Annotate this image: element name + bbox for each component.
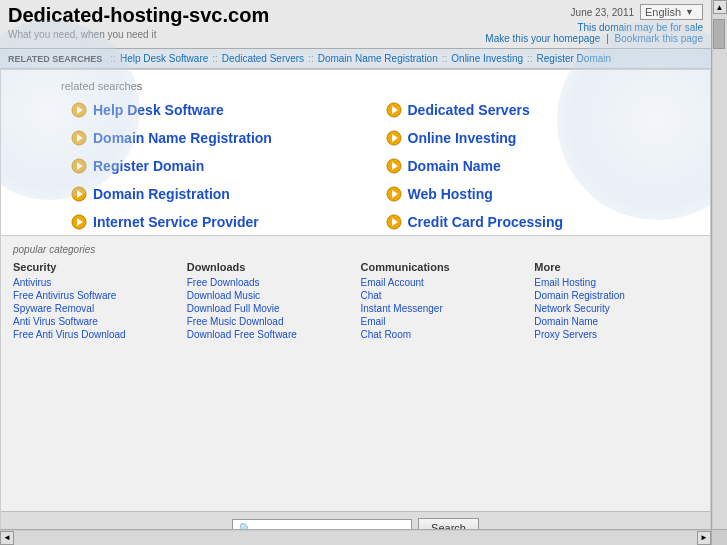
cat-link-proxy-servers[interactable]: Proxy Servers [534,329,698,340]
link-item-dedicated-servers: Dedicated Servers [386,102,681,118]
link-help-desk-software[interactable]: Help Desk Software [93,102,224,118]
cat-link-antivirus[interactable]: Antivirus [13,277,177,288]
site-title: Dedicated-hosting-svc.com [8,4,269,27]
cat-link-free-antivirus-download[interactable]: Free Anti Virus Download [13,329,177,340]
arrow-icon-online-investing [386,130,402,146]
link-domain-name[interactable]: Domain Name [408,158,501,174]
category-downloads: Downloads Free Downloads Download Music … [187,261,351,342]
categories-grid: Security Antivirus Free Antivirus Softwa… [13,261,698,342]
nav-sep-4: :: [527,53,533,64]
link-credit-card-processing[interactable]: Credit Card Processing [408,214,564,230]
cat-link-domain-name-more[interactable]: Domain Name [534,316,698,327]
category-communications: Communications Email Account Chat Instan… [361,261,525,342]
related-searches-label: related searches [61,80,690,92]
cat-link-chat-room[interactable]: Chat Room [361,329,525,340]
category-security: Security Antivirus Free Antivirus Softwa… [13,261,177,342]
link-item-help-desk: Help Desk Software [71,102,366,118]
links-grid: Help Desk Software Dedicated Servers Do [61,102,690,230]
bookmark-link[interactable]: Bookmark this page [615,33,703,44]
nav-item-4[interactable]: Register Domain [537,53,611,64]
cat-link-chat[interactable]: Chat [361,290,525,301]
scroll-thumb[interactable] [713,19,725,49]
cat-link-domain-reg-more[interactable]: Domain Registration [534,290,698,301]
arrow-icon-domain-name [386,158,402,174]
cat-link-instant-messenger[interactable]: Instant Messenger [361,303,525,314]
cat-link-free-antivirus[interactable]: Free Antivirus Software [13,290,177,301]
arrow-icon-web-hosting [386,186,402,202]
nav-sep-0: :: [110,53,116,64]
cat-link-antivirus-software[interactable]: Anti Virus Software [13,316,177,327]
popular-categories-label: popular categories [13,244,698,255]
for-sale-link[interactable]: This domain may be for sale [577,22,703,33]
top-links: This domain may be for sale Make this yo… [485,22,703,44]
arrow-icon-credit-card [386,214,402,230]
related-searches-section: related searches Help Desk Software Dedi… [1,70,710,235]
main-content: related searches Help Desk Software Dedi… [0,69,711,545]
category-more-title: More [534,261,698,273]
link-domain-name-registration[interactable]: Domain Name Registration [93,130,272,146]
hscroll-track[interactable] [14,531,697,545]
scroll-up-arrow[interactable]: ▲ [713,0,727,14]
link-item-domain-name: Domain Name [386,158,681,174]
link-item-register-domain: Register Domain [71,158,366,174]
link-register-domain[interactable]: Register Domain [93,158,204,174]
category-security-title: Security [13,261,177,273]
scroll-track[interactable] [713,14,727,531]
arrow-icon-dedicated-servers [386,102,402,118]
language-selector[interactable]: English ▼ [640,4,703,20]
popular-categories: popular categories Security Antivirus Fr… [1,235,710,511]
cat-link-email-hosting[interactable]: Email Hosting [534,277,698,288]
nav-item-1[interactable]: Dedicated Servers [222,53,304,64]
cat-link-spyware[interactable]: Spyware Removal [13,303,177,314]
link-item-domain-name-reg: Domain Name Registration [71,130,366,146]
cat-link-email-account[interactable]: Email Account [361,277,525,288]
site-subtitle: What you need, when you need it [8,29,269,40]
link-separator: | [606,33,609,44]
nav-item-0[interactable]: Help Desk Software [120,53,208,64]
vertical-scrollbar: ▲ ▼ [711,0,727,545]
link-item-online-investing: Online Investing [386,130,681,146]
nav-item-3[interactable]: Online Investing [451,53,523,64]
link-item-isp: Internet Service Provider [71,214,366,230]
date-lang-row: June 23, 2011 English ▼ [571,4,703,20]
arrow-icon-domain-registration [71,186,87,202]
nav-sep-3: :: [442,53,448,64]
link-domain-registration[interactable]: Domain Registration [93,186,230,202]
category-more: More Email Hosting Domain Registration N… [534,261,698,342]
link-web-hosting[interactable]: Web Hosting [408,186,493,202]
arrow-icon-register-domain [71,158,87,174]
link-internet-service-provider[interactable]: Internet Service Provider [93,214,259,230]
cat-link-email[interactable]: Email [361,316,525,327]
horizontal-scrollbar: ◄ ► [0,529,711,545]
link-item-domain-registration: Domain Registration [71,186,366,202]
arrow-icon-domain-name-reg [71,130,87,146]
category-downloads-title: Downloads [187,261,351,273]
link-item-credit-card: Credit Card Processing [386,214,681,230]
nav-sep-1: :: [212,53,218,64]
link-dedicated-servers[interactable]: Dedicated Servers [408,102,530,118]
date-text: June 23, 2011 [571,7,634,18]
homepage-link[interactable]: Make this your homepage [485,33,600,44]
cat-link-download-movie[interactable]: Download Full Movie [187,303,351,314]
nav-bar: RELATED SEARCHES :: Help Desk Software :… [0,49,711,69]
cat-link-free-downloads[interactable]: Free Downloads [187,277,351,288]
top-bar: Dedicated-hosting-svc.com What you need,… [0,0,711,49]
cat-link-download-music[interactable]: Download Music [187,290,351,301]
link-online-investing[interactable]: Online Investing [408,130,517,146]
language-dropdown-arrow: ▼ [685,7,694,17]
cat-link-free-music-download[interactable]: Free Music Download [187,316,351,327]
cat-link-download-free-software[interactable]: Download Free Software [187,329,351,340]
link-item-web-hosting: Web Hosting [386,186,681,202]
arrow-icon-help-desk [71,102,87,118]
category-communications-title: Communications [361,261,525,273]
top-right: June 23, 2011 English ▼ This domain may … [485,4,703,44]
scroll-right-arrow[interactable]: ► [697,531,711,545]
arrow-icon-isp [71,214,87,230]
site-info: Dedicated-hosting-svc.com What you need,… [8,4,269,40]
scrollbar-corner [711,529,727,545]
related-searches-nav-label: RELATED SEARCHES [8,54,102,64]
scroll-left-arrow[interactable]: ◄ [0,531,14,545]
cat-link-network-security[interactable]: Network Security [534,303,698,314]
nav-item-2[interactable]: Domain Name Registration [318,53,438,64]
nav-sep-2: :: [308,53,314,64]
